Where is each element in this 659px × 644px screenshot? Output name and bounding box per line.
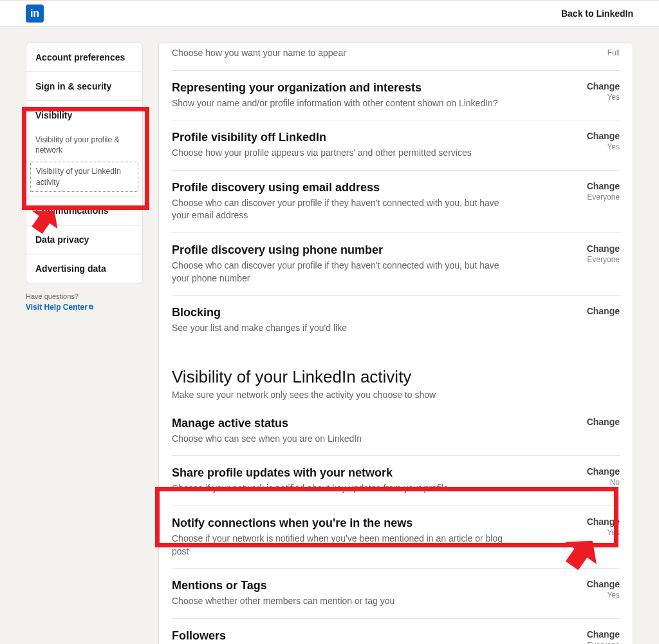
- back-to-linkedin-link[interactable]: Back to LinkedIn: [561, 8, 633, 19]
- setting-row[interactable]: Blocking See your list and make changes …: [172, 296, 620, 345]
- setting-row[interactable]: Mentions or Tags Choose whether other me…: [172, 569, 620, 619]
- setting-value: Yes: [575, 142, 620, 151]
- setting-title: Notify connections when you're in the ne…: [172, 516, 506, 530]
- sidebar-item-advertising-data[interactable]: Advertising data: [26, 254, 142, 283]
- sidebar: Account preferences Sign in & security V…: [26, 43, 143, 312]
- setting-desc: Choose who can discover your profile if …: [172, 197, 506, 222]
- setting-desc: Choose if your network is notified when …: [172, 533, 506, 558]
- setting-desc: Choose how your profile appears via part…: [172, 147, 506, 160]
- setting-value: Yes: [575, 591, 620, 600]
- change-link[interactable]: Change: [575, 81, 620, 91]
- sidebar-item-account-preferences[interactable]: Account preferences: [26, 43, 142, 72]
- visit-help-center-link[interactable]: Visit Help Center ⧉: [26, 303, 93, 312]
- sidebar-sub-visibility-profile[interactable]: Visibility of your profile & network: [26, 129, 142, 160]
- setting-title: Manage active status: [172, 417, 506, 430]
- sidebar-item-signin-security[interactable]: Sign in & security: [26, 72, 142, 101]
- topbar: in Back to LinkedIn: [0, 0, 659, 27]
- setting-desc: Choose who can see when you are on Linke…: [172, 433, 506, 446]
- setting-title: Share profile updates with your network: [172, 466, 506, 480]
- help-question-label: Have questions?: [26, 292, 143, 300]
- change-link[interactable]: Change: [575, 629, 620, 639]
- section-title: Visibility of your LinkedIn activity: [172, 367, 620, 387]
- external-link-icon: ⧉: [89, 303, 93, 311]
- setting-value: Yes: [575, 528, 620, 537]
- change-link[interactable]: Change: [575, 306, 620, 316]
- main-content: Choose how you want your name to appear …: [158, 43, 633, 644]
- setting-title: Representing your organization and inter…: [172, 81, 506, 95]
- setting-title: Profile discovery using email address: [172, 181, 506, 194]
- setting-desc: Choose whether other members can mention…: [172, 595, 506, 608]
- help-center-link-text: Visit Help Center: [26, 303, 88, 312]
- change-link[interactable]: Change: [575, 466, 620, 477]
- setting-title: Followers: [172, 629, 506, 643]
- setting-row-notify-news[interactable]: Notify connections when you're in the ne…: [172, 506, 620, 569]
- setting-desc: Show your name and/or profile informatio…: [172, 97, 506, 110]
- setting-title: Profile discovery using phone number: [172, 243, 506, 257]
- change-link[interactable]: Change: [575, 243, 620, 254]
- change-link[interactable]: Change: [575, 417, 620, 427]
- setting-desc: Choose who can discover your profile if …: [172, 260, 506, 285]
- setting-desc: Choose if your network is notified about…: [172, 482, 506, 495]
- setting-value: Everyone: [575, 255, 620, 264]
- change-link[interactable]: Change: [575, 131, 620, 141]
- section-header-activity: Visibility of your LinkedIn activity Mak…: [172, 345, 620, 406]
- setting-title: Mentions or Tags: [172, 579, 506, 592]
- section-subtitle: Make sure your network only sees the act…: [172, 390, 620, 400]
- setting-row[interactable]: Representing your organization and inter…: [172, 71, 620, 121]
- change-link[interactable]: Change: [575, 579, 620, 589]
- setting-value: Full: [575, 48, 620, 57]
- page-body: Account preferences Sign in & security V…: [0, 27, 659, 644]
- setting-value: Everyone: [575, 641, 620, 644]
- sidebar-sub-visibility-activity[interactable]: Visibility of your LinkedIn activity: [30, 162, 138, 191]
- setting-row[interactable]: Profile visibility off LinkedIn Choose h…: [172, 120, 620, 171]
- setting-row[interactable]: Share profile updates with your network …: [172, 456, 620, 506]
- setting-row[interactable]: Profile discovery using email address Ch…: [172, 171, 620, 233]
- setting-row[interactable]: Choose how you want your name to appear …: [172, 43, 620, 71]
- setting-title: Profile visibility off LinkedIn: [172, 131, 506, 144]
- setting-row[interactable]: Profile discovery using phone number Cho…: [172, 233, 620, 296]
- sidebar-item-communications[interactable]: Communications: [26, 196, 142, 225]
- sidebar-item-data-privacy[interactable]: Data privacy: [26, 225, 142, 254]
- sidebar-item-visibility[interactable]: Visibility: [26, 101, 142, 129]
- setting-value: No: [575, 478, 620, 487]
- setting-value: Everyone: [575, 193, 620, 202]
- change-link[interactable]: Change: [575, 181, 620, 191]
- change-link[interactable]: Change: [575, 516, 620, 527]
- linkedin-logo-icon[interactable]: in: [26, 5, 44, 23]
- setting-row[interactable]: Followers Choose who can follow you and …: [172, 619, 620, 644]
- setting-value: Yes: [575, 93, 620, 102]
- setting-title: Blocking: [172, 306, 506, 319]
- setting-row[interactable]: Manage active status Choose who can see …: [172, 406, 620, 457]
- setting-desc: Choose how you want your name to appear: [172, 47, 506, 60]
- setting-desc: See your list and make changes if you'd …: [172, 322, 506, 335]
- sidebar-card: Account preferences Sign in & security V…: [26, 43, 143, 283]
